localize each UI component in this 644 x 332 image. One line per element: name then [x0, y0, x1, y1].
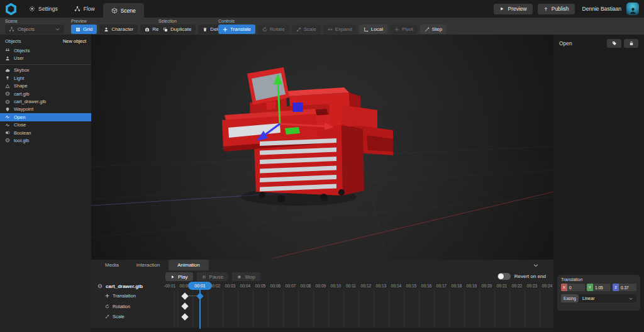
nav-settings[interactable]: Settings	[21, 0, 66, 18]
gizmo-plane-z[interactable]	[292, 102, 303, 112]
sidebar-item-cart-glb[interactable]: cart.glb	[0, 90, 91, 97]
model-icon	[5, 91, 10, 96]
timeline-grid[interactable]	[173, 291, 553, 328]
pause-button[interactable]: Pause	[197, 272, 229, 281]
nav-flow-label: Flow	[84, 6, 95, 12]
person-icon	[5, 56, 10, 61]
play-button[interactable]: Play	[165, 272, 193, 281]
y-axis-badge: Y	[587, 284, 593, 291]
expand-button[interactable]: Expand	[323, 25, 357, 34]
inspector-title: Open	[559, 40, 572, 47]
timeline-ruler[interactable]: -00:0100:0000:0100:0200:0300:0400:0500:0…	[162, 282, 555, 290]
upload-icon	[543, 6, 548, 11]
lock-button[interactable]	[624, 39, 638, 48]
preview-label: Preview	[508, 6, 526, 12]
y-value-field[interactable]: Y 1.05	[587, 284, 611, 291]
sidebar-item-skybox[interactable]: Skybox	[0, 67, 91, 74]
current-time-pill[interactable]: 00:01	[188, 282, 212, 290]
local-button[interactable]: Local	[359, 25, 387, 34]
character-button[interactable]: Character	[99, 25, 138, 34]
app-logo-icon[interactable]	[5, 3, 17, 15]
controls-group: Controls Translate Rotate Scale Expand	[218, 19, 447, 34]
model-icon	[5, 99, 10, 104]
scene-editor-app: Settings Flow Scene Preview Publish Denn…	[0, 0, 644, 332]
sidebar-item-boolean[interactable]: Boolean	[0, 129, 91, 136]
tab-animation[interactable]: Animation	[169, 260, 209, 270]
step-button[interactable]: Step	[420, 25, 447, 34]
tab-interaction[interactable]: Interaction	[128, 260, 169, 270]
track-scale[interactable]: Scale	[91, 312, 125, 321]
collapse-panel-chevron-icon[interactable]	[532, 262, 540, 268]
play-icon	[170, 275, 175, 279]
animation-icon	[5, 123, 10, 128]
sidebar-item-waypoint[interactable]: Waypoint	[0, 106, 91, 113]
tag-button[interactable]	[607, 39, 621, 48]
expand-icon	[328, 27, 333, 32]
keyframe-editor: Translation X 0 Y 1.05 Z 0.37 Easing Lin…	[557, 275, 640, 311]
tab-media[interactable]: Media	[96, 260, 128, 270]
x-value-field[interactable]: X 0	[561, 284, 585, 291]
sidebar-item-shape[interactable]: Shape	[0, 82, 91, 90]
gizmo-plane-y[interactable]	[285, 127, 300, 135]
revert-on-end-toggle[interactable]: Revert on end	[497, 273, 546, 280]
scale-icon	[105, 314, 109, 319]
scene-toolbar: Scene Objects Preview Grid Character	[0, 18, 644, 35]
scene-cube-icon	[111, 8, 118, 14]
top-bar: Settings Flow Scene Preview Publish Denn…	[0, 0, 644, 18]
preview-button[interactable]: Preview	[494, 4, 532, 14]
publish-button[interactable]: Publish	[538, 4, 575, 14]
gizmo-plane-x[interactable]	[266, 101, 276, 110]
new-object-button[interactable]: New object	[63, 38, 86, 44]
nav-scene-label: Scene	[121, 8, 136, 14]
avatar-person-icon	[629, 7, 637, 15]
translate-button[interactable]: Translate	[218, 25, 255, 34]
pivot-icon	[394, 27, 399, 32]
model-icon	[5, 138, 10, 143]
model-icon	[97, 284, 103, 289]
bulb-icon	[5, 75, 10, 80]
nav-scene[interactable]: Scene	[103, 3, 144, 18]
sidebar-divider	[0, 64, 91, 65]
viewport-3d[interactable]	[91, 35, 553, 260]
timeline-scrollbar-track[interactable]	[91, 328, 553, 332]
timeline-panel: Media Interaction Animation Play Pause S…	[91, 260, 553, 332]
animation-icon	[5, 114, 10, 119]
avatar[interactable]	[626, 3, 639, 15]
keyframe-link	[187, 296, 197, 296]
rotate-button[interactable]: Rotate	[258, 25, 289, 34]
track-cart-drawer[interactable]: cart_drawer.glb	[91, 282, 143, 290]
pivot-button[interactable]: Pivot	[390, 25, 418, 34]
transport-controls: Play Pause Stop	[165, 272, 260, 281]
gear-icon	[29, 6, 35, 12]
move-icon	[105, 294, 109, 298]
chevron-down-icon	[628, 296, 633, 301]
toggle-switch[interactable]	[497, 273, 511, 280]
easing-label: Easing	[561, 294, 579, 302]
grid-button[interactable]: Grid	[71, 25, 97, 34]
chevron-down-icon	[55, 26, 60, 32]
trash-icon	[203, 27, 208, 32]
z-value-field[interactable]: Z 0.37	[613, 284, 636, 291]
easing-value: Linear	[582, 296, 628, 301]
user-name: Dennie Bastiaan	[582, 6, 621, 12]
sidebar-item-user[interactable]: User	[0, 54, 91, 62]
easing-dropdown[interactable]: Easing Linear	[561, 294, 636, 302]
sidebar-item-objects[interactable]: Objects	[0, 47, 91, 54]
nav-flow[interactable]: Flow	[66, 0, 103, 18]
sidebar-item-tool-glb[interactable]: tool.glb	[0, 136, 91, 144]
grid-icon	[75, 27, 80, 32]
duplicate-button[interactable]: Duplicate	[158, 25, 196, 34]
pause-icon	[202, 275, 206, 279]
sidebar-item-light[interactable]: Light	[0, 74, 91, 82]
inspector-panel: Open Translation X 0 Y 1.05	[553, 35, 644, 332]
sidebar-item-open[interactable]: Open	[0, 113, 91, 121]
sidebar-item-close[interactable]: Close	[0, 121, 91, 129]
scale-button[interactable]: Scale	[292, 25, 321, 34]
scene-group-label: Scene	[5, 19, 64, 23]
track-translation[interactable]: Translation	[91, 291, 136, 301]
track-rotation[interactable]: Rotation	[91, 302, 130, 311]
scene-objects-dropdown[interactable]: Objects	[5, 25, 64, 34]
keyframe-editor-title: Translation	[561, 277, 636, 282]
stop-button[interactable]: Stop	[232, 272, 260, 281]
sidebar-item-cart-drawer-glb[interactable]: cart_drawer.glb	[0, 97, 91, 105]
